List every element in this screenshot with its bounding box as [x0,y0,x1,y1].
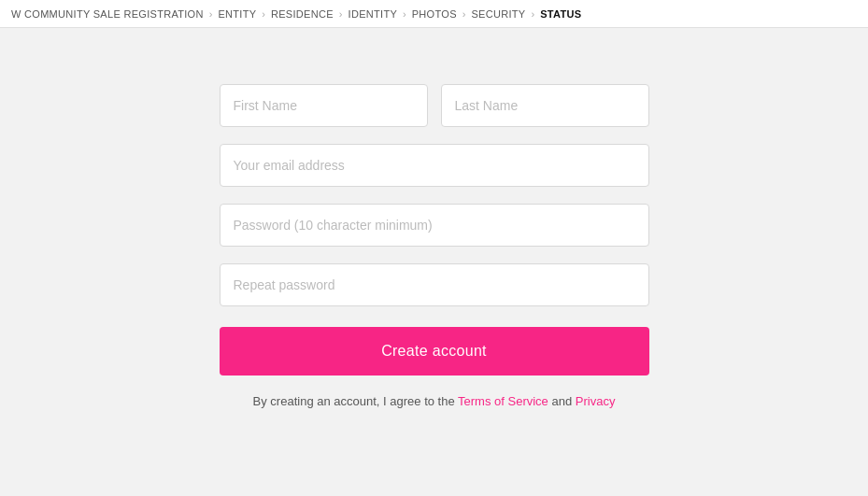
breadcrumb-item-identity[interactable]: IDENTITY [349,8,398,20]
registration-form: Create account By creating an account, I… [220,84,649,408]
breadcrumb-sep-1: › [209,8,213,20]
create-account-button[interactable]: Create account [220,327,649,376]
breadcrumb-item-entity[interactable]: ENTITY [218,8,256,20]
breadcrumb-label-residence: RESIDENCE [271,8,334,20]
breadcrumb-item-status[interactable]: STATUS [540,8,581,20]
breadcrumb-label-entity: ENTITY [218,8,256,20]
terms-of-service-link[interactable]: Terms of Service [458,394,548,408]
breadcrumb-label-status: STATUS [540,8,581,20]
breadcrumb-item-registration[interactable]: W COMMUNITY SALE REGISTRATION [11,8,204,20]
breadcrumb: W COMMUNITY SALE REGISTRATION › ENTITY ›… [0,0,868,28]
last-name-input[interactable] [441,84,649,127]
breadcrumb-sep-5: › [462,8,466,20]
privacy-link[interactable]: Privacy [576,394,616,408]
email-input[interactable] [220,144,649,187]
breadcrumb-sep-6: › [531,8,534,20]
name-row [220,84,649,127]
first-name-input[interactable] [220,84,428,127]
breadcrumb-sep-3: › [339,8,343,20]
breadcrumb-label: W COMMUNITY SALE REGISTRATION [11,8,204,20]
terms-middle: and [548,394,576,408]
breadcrumb-item-residence[interactable]: RESIDENCE [271,8,334,20]
breadcrumb-item-security[interactable]: SECURITY [471,8,525,20]
breadcrumb-sep-4: › [403,8,406,20]
breadcrumb-label-security: SECURITY [471,8,525,20]
password-input[interactable] [220,204,649,247]
breadcrumb-item-photos[interactable]: PHOTOS [412,8,457,20]
terms-prefix: By creating an account, I agree to the [253,394,458,408]
breadcrumb-label-identity: IDENTITY [349,8,398,20]
terms-text: By creating an account, I agree to the T… [220,394,649,408]
breadcrumb-label-photos: PHOTOS [412,8,457,20]
breadcrumb-sep-2: › [262,8,265,20]
main-content: Create account By creating an account, I… [0,28,868,408]
repeat-password-input[interactable] [220,263,649,306]
